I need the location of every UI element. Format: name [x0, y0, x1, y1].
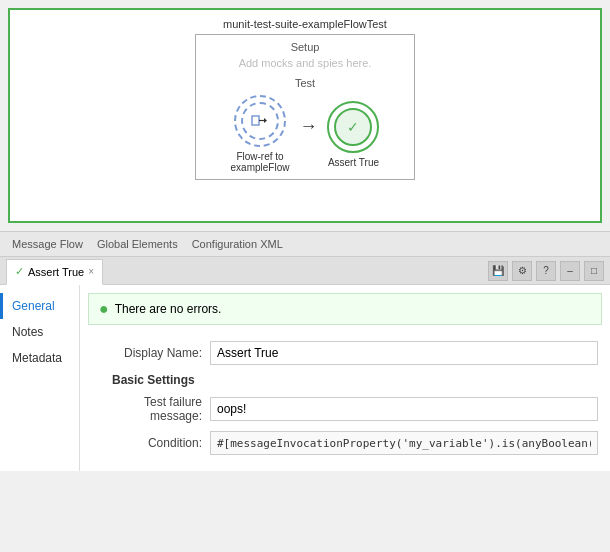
maximize-button[interactable]: □	[584, 261, 604, 281]
success-message: There are no errors.	[115, 302, 222, 316]
success-banner: ● There are no errors.	[88, 293, 602, 325]
panel-sidebar: General Notes Metadata	[0, 285, 80, 471]
setup-label: Setup	[206, 41, 404, 53]
tab-global-elements[interactable]: Global Elements	[93, 236, 182, 252]
condition-row: Condition:	[92, 431, 598, 455]
basic-settings-title: Basic Settings	[92, 373, 598, 387]
canvas-title: munit-test-suite-exampleFlowTest	[18, 18, 592, 30]
sidebar-item-metadata[interactable]: Metadata	[0, 345, 79, 371]
svg-marker-2	[264, 118, 267, 123]
mocks-text: Add mocks and spies here.	[206, 57, 404, 69]
help-button[interactable]: ?	[536, 261, 556, 281]
display-name-label: Display Name:	[92, 346, 202, 360]
assert-true-label: Assert True	[328, 157, 379, 168]
display-name-input[interactable]	[210, 341, 598, 365]
tab-message-flow[interactable]: Message Flow	[8, 236, 87, 252]
sidebar-item-notes[interactable]: Notes	[0, 319, 79, 345]
failure-message-input[interactable]	[210, 397, 598, 421]
panel-area: ✓ Assert True × 💾 ⚙ ? – □ General Notes …	[0, 257, 610, 471]
panel-tab-close-button[interactable]: ×	[88, 266, 94, 277]
tab-configuration-xml[interactable]: Configuration XML	[188, 236, 287, 252]
sidebar-item-general[interactable]: General	[0, 293, 79, 319]
panel-tab-row: ✓ Assert True × 💾 ⚙ ? – □	[0, 257, 610, 285]
assert-true-node[interactable]: ✓ Assert True	[327, 101, 379, 168]
tab-check-icon: ✓	[15, 265, 24, 278]
save-button[interactable]: 💾	[488, 261, 508, 281]
svg-rect-0	[252, 116, 259, 125]
display-name-row: Display Name:	[92, 341, 598, 365]
panel-toolbar: 💾 ⚙ ? – □	[488, 261, 604, 281]
canvas-area: munit-test-suite-exampleFlowTest Setup A…	[8, 8, 602, 223]
flow-ref-icon	[250, 111, 270, 131]
flow-ref-node[interactable]: Flow-ref toexampleFlow	[231, 95, 290, 173]
failure-message-label: Test failure message:	[92, 395, 202, 423]
flow-ref-label: Flow-ref toexampleFlow	[231, 151, 290, 173]
arrow-icon: →	[299, 116, 317, 137]
settings-button[interactable]: ⚙	[512, 261, 532, 281]
flow-nodes: Flow-ref toexampleFlow → ✓ Assert True	[206, 95, 404, 173]
general-settings: Display Name: Basic Settings Test failur…	[80, 333, 610, 471]
flow-ref-inner	[241, 102, 279, 140]
test-label: Test	[206, 77, 404, 89]
condition-label: Condition:	[92, 436, 202, 450]
panel-tab-assert-true[interactable]: ✓ Assert True ×	[6, 259, 103, 285]
setup-box: Setup Add mocks and spies here. Test Flo…	[195, 34, 415, 180]
success-icon: ●	[99, 300, 109, 318]
assert-true-inner: ✓	[334, 108, 372, 146]
flow-ref-circle	[234, 95, 286, 147]
bottom-tabs-bar: Message Flow Global Elements Configurati…	[0, 231, 610, 257]
condition-input[interactable]	[210, 431, 598, 455]
minimize-button[interactable]: –	[560, 261, 580, 281]
panel-content: General Notes Metadata ● There are no er…	[0, 285, 610, 471]
assert-true-circle: ✓	[327, 101, 379, 153]
failure-message-row: Test failure message:	[92, 395, 598, 423]
right-panel: ● There are no errors. Display Name: Bas…	[80, 285, 610, 471]
panel-tab-label: Assert True	[28, 266, 84, 278]
